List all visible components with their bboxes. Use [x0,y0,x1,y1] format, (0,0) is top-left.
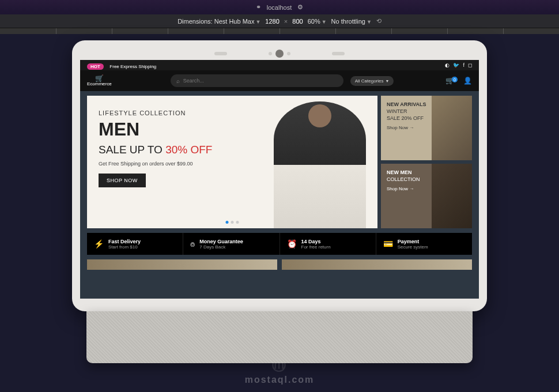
link-icon: ⚭ [256,3,261,11]
promo-link[interactable]: Shop Now → [387,186,414,191]
hero-image [274,101,366,228]
feature-guarantee: ⌾ Money Guarantee7 Days Back [183,233,280,255]
rotate-icon[interactable]: ⟲ [376,17,382,25]
promo-link[interactable]: Shop Now → [387,125,414,130]
promo-image [432,96,472,160]
width-input[interactable]: 1280 [265,18,279,25]
category-select[interactable]: All Categories ▼ [350,76,394,86]
search-input[interactable] [183,78,338,84]
device-screen: HOT Free Express Shipping ◐ 🐦 f ◻ 🛒 Ecom… [80,60,479,299]
sensor-dot [287,52,290,55]
chevron-down-icon: ▼ [386,79,390,83]
times-separator: × [284,18,288,25]
height-input[interactable]: 800 [292,18,303,25]
settings-icon[interactable]: ⚙ [297,3,303,11]
twitter-icon[interactable]: 🐦 [453,62,459,68]
ruler [0,28,559,34]
features-row: ⚡ Fast DeliveryStart from $10 ⌾ Money Gu… [87,233,472,255]
throttling-select[interactable]: No throttling▼ [331,18,372,25]
badge-icon: ⌾ [190,239,195,248]
host-label: localhost [267,4,292,11]
clock-icon: ⏰ [287,239,297,248]
browser-address-bar: ⚭ localhost ⚙ [0,0,559,14]
promo-card-arrivals[interactable]: NEW ARRIVALS WINTER SALE 20% OFF Shop No… [381,96,472,160]
shop-now-button[interactable]: SHOP NOW [99,174,146,187]
bolt-icon: ⚡ [94,239,104,248]
hero-banner: LIFESTYLE COLLECTION MEN SALE UP TO 30% … [87,96,377,228]
product-panel[interactable] [282,259,472,270]
pager-dot[interactable] [236,221,239,224]
below-fold [80,255,479,270]
pager-dot[interactable] [226,221,229,224]
promo-image [432,164,472,228]
card-icon: 💳 [383,239,393,248]
zoom-select[interactable]: 60%▼ [308,18,327,25]
product-panel[interactable] [87,259,277,270]
camera [275,50,284,58]
announcement-bar: HOT Free Express Shipping ◐ 🐦 f ◻ [80,60,479,70]
user-icon[interactable]: 👤 [463,77,472,85]
dimensions-select[interactable]: Dimensions: Nest Hub Max▼ [177,18,260,25]
sensor-dot [269,52,272,55]
main-navbar: 🛒 Ecommerce ⌕ All Categories ▼ 🛒0 👤 [80,70,479,91]
device-frame: HOT Free Express Shipping ◐ 🐦 f ◻ 🛒 Ecom… [72,40,487,311]
carousel-pager[interactable] [226,221,239,224]
shipping-text: Free Express Shipping [109,64,156,69]
feature-payment: 💳 PaymentSecure system [376,233,472,255]
cart-count: 0 [452,77,458,82]
speaker-right [332,52,345,55]
brand-logo[interactable]: 🛒 Ecommerce [87,75,112,86]
device-stand [86,311,473,363]
search-bar[interactable]: ⌕ [171,74,343,87]
promo-card-men[interactable]: NEW MEN COLLECTION Shop Now → [381,164,472,228]
pager-dot[interactable] [231,221,234,224]
search-icon: ⌕ [176,78,180,84]
cart-button[interactable]: 🛒0 [445,77,458,85]
feature-return: ⏰ 14 DaysFor free return [280,233,376,255]
moon-icon[interactable]: ◐ [445,62,450,68]
facebook-icon[interactable]: f [463,62,464,68]
instagram-icon[interactable]: ◻ [468,62,472,68]
devtools-device-toolbar: Dimensions: Nest Hub Max▼ 1280 × 800 60%… [0,14,559,28]
hot-badge: HOT [87,63,104,70]
sale-percent: 30% OFF [165,144,212,156]
speaker-left [214,52,227,55]
feature-delivery: ⚡ Fast DeliveryStart from $10 [87,233,183,255]
